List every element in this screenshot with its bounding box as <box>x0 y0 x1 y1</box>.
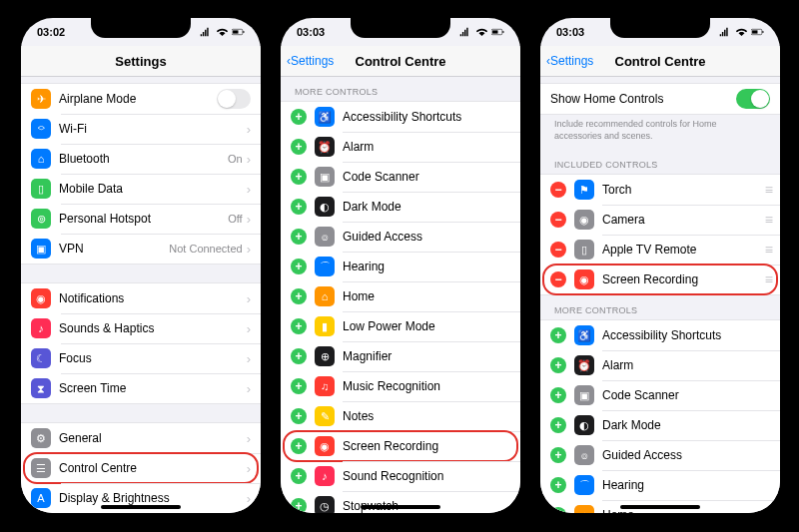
row-control-centre[interactable]: ☰ Control Centre › <box>21 453 261 483</box>
reorder-handle[interactable]: ≡ <box>765 242 770 258</box>
row-alarm[interactable]: + ⏰ Alarm <box>540 350 780 380</box>
chevron-icon: › <box>247 291 251 306</box>
row-stopwatch[interactable]: + ◷ Stopwatch <box>281 491 520 513</box>
reorder-handle[interactable]: ≡ <box>765 271 770 287</box>
add-button[interactable]: + <box>291 109 307 125</box>
row-sounds-haptics[interactable]: ♪ Sounds & Haptics › <box>21 313 261 343</box>
chevron-icon: › <box>247 212 251 227</box>
row-accessibility-shortcuts[interactable]: + ♿ Accessibility Shortcuts <box>281 102 520 132</box>
remove-button[interactable]: − <box>550 271 566 287</box>
add-button[interactable]: + <box>550 327 566 343</box>
row-label: Music Recognition <box>343 379 510 393</box>
home-indicator[interactable] <box>361 505 440 509</box>
add-button[interactable]: + <box>291 169 307 185</box>
row-alarm[interactable]: + ⏰ Alarm <box>281 132 520 162</box>
row-label: Hearing <box>343 260 510 273</box>
row-code-scanner[interactable]: + ▣ Code Scanner <box>281 162 520 192</box>
row-accessibility-shortcuts[interactable]: + ♿ Accessibility Shortcuts <box>540 320 780 350</box>
add-button[interactable]: + <box>291 139 307 155</box>
add-button[interactable]: + <box>291 259 307 274</box>
row-low-power-mode[interactable]: + ▮ Low Power Mode <box>281 311 520 341</box>
back-button[interactable]: ‹ Settings <box>546 54 593 68</box>
row-label: Screen Time <box>59 381 247 395</box>
row-code-scanner[interactable]: + ▣ Code Scanner <box>540 380 780 410</box>
add-button[interactable]: + <box>291 438 307 454</box>
page-title: Settings <box>115 54 166 69</box>
row-screen-recording[interactable]: + ◉ Screen Recording <box>281 431 520 461</box>
row-notifications[interactable]: ◉ Notifications › <box>21 283 261 313</box>
music-recognition-icon: ♫ <box>315 376 335 396</box>
row-magnifier[interactable]: + ⊕ Magnifier <box>281 341 520 371</box>
show-home-controls-toggle[interactable] <box>736 89 770 109</box>
home-indicator[interactable] <box>101 505 181 509</box>
row-notes[interactable]: + ✎ Notes <box>281 401 520 431</box>
row-label: Mobile Data <box>59 182 247 196</box>
row-guided-access[interactable]: + ⌾ Guided Access <box>540 440 780 470</box>
row-label: Screen Recording <box>602 272 765 286</box>
row-show-home-controls[interactable]: Show Home Controls <box>540 84 780 114</box>
add-button[interactable]: + <box>550 357 566 373</box>
add-button[interactable]: + <box>291 288 307 304</box>
add-button[interactable]: + <box>550 447 566 463</box>
row-screen-time[interactable]: ⧗ Screen Time › <box>21 373 261 403</box>
row-dark-mode[interactable]: + ◐ Dark Mode <box>540 410 780 440</box>
back-label: Settings <box>291 54 334 68</box>
low-power-mode-icon: ▮ <box>315 316 335 336</box>
add-button[interactable]: + <box>291 498 307 513</box>
row-label: Alarm <box>602 358 770 372</box>
row-dark-mode[interactable]: + ◐ Dark Mode <box>281 192 520 222</box>
notch <box>610 18 710 38</box>
row-apple-tv-remote[interactable]: − ▯ Apple TV Remote ≡ <box>540 235 780 265</box>
row-screen-recording[interactable]: − ◉ Screen Recording ≡ <box>540 265 780 294</box>
row-airplane-mode[interactable]: ✈ Airplane Mode <box>21 84 261 114</box>
add-button[interactable]: + <box>291 378 307 394</box>
row-label: Personal Hotspot <box>59 212 228 226</box>
add-button[interactable]: + <box>550 477 566 493</box>
alarm-icon: ⏰ <box>315 137 335 157</box>
magnifier-icon: ⊕ <box>315 346 335 366</box>
row-personal-hotspot[interactable]: ⊚ Personal Hotspot Off› <box>21 204 261 234</box>
row-label: Code Scanner <box>343 170 510 184</box>
add-button[interactable]: + <box>291 229 307 245</box>
row-sound-recognition[interactable]: + ♪ Sound Recognition <box>281 461 520 491</box>
chevron-icon: › <box>247 491 251 506</box>
row-mobile-data[interactable]: ▯ Mobile Data › <box>21 174 261 204</box>
reorder-handle[interactable]: ≡ <box>765 182 770 198</box>
row-general[interactable]: ⚙ General › <box>21 423 261 453</box>
detail-text: On <box>228 153 243 165</box>
row-bluetooth[interactable]: ⌂ Bluetooth On› <box>21 144 261 174</box>
status-time: 03:03 <box>297 26 325 38</box>
remove-button[interactable]: − <box>550 212 566 228</box>
add-button[interactable]: + <box>291 408 307 424</box>
detail-text: Off <box>228 213 242 225</box>
add-button[interactable]: + <box>291 348 307 364</box>
remove-button[interactable]: − <box>550 242 566 258</box>
row-music-recognition[interactable]: + ♫ Music Recognition <box>281 371 520 401</box>
svg-rect-1 <box>233 30 238 33</box>
row-wi-fi[interactable]: ⌔ Wi-Fi › <box>21 114 261 144</box>
chevron-icon: › <box>247 381 251 396</box>
row-label: Bluetooth <box>59 152 228 166</box>
reorder-handle[interactable]: ≡ <box>765 212 770 228</box>
row-label: Low Power Mode <box>343 319 510 333</box>
add-button[interactable]: + <box>291 468 307 484</box>
airplane-mode-toggle[interactable] <box>217 89 251 109</box>
add-button[interactable]: + <box>550 387 566 403</box>
row-torch[interactable]: − ⚑ Torch ≡ <box>540 175 780 205</box>
add-button[interactable]: + <box>550 417 566 433</box>
status-icons <box>200 27 245 37</box>
row-hearing[interactable]: + ⌒ Hearing <box>281 252 520 281</box>
row-vpn[interactable]: ▣ VPN Not Connected› <box>21 234 261 264</box>
remove-button[interactable]: − <box>550 182 566 198</box>
row-camera[interactable]: − ◉ Camera ≡ <box>540 205 780 235</box>
row-focus[interactable]: ☾ Focus › <box>21 343 261 373</box>
section-footer: Include recommended controls for Home ac… <box>540 115 780 150</box>
add-button[interactable]: + <box>291 318 307 334</box>
add-button[interactable]: + <box>550 507 566 513</box>
home-indicator[interactable] <box>620 505 700 509</box>
add-button[interactable]: + <box>291 199 307 215</box>
back-button[interactable]: ‹ Settings <box>287 54 334 68</box>
row-hearing[interactable]: + ⌒ Hearing <box>540 470 780 500</box>
row-home[interactable]: + ⌂ Home <box>281 281 520 311</box>
row-guided-access[interactable]: + ⌾ Guided Access <box>281 222 520 252</box>
